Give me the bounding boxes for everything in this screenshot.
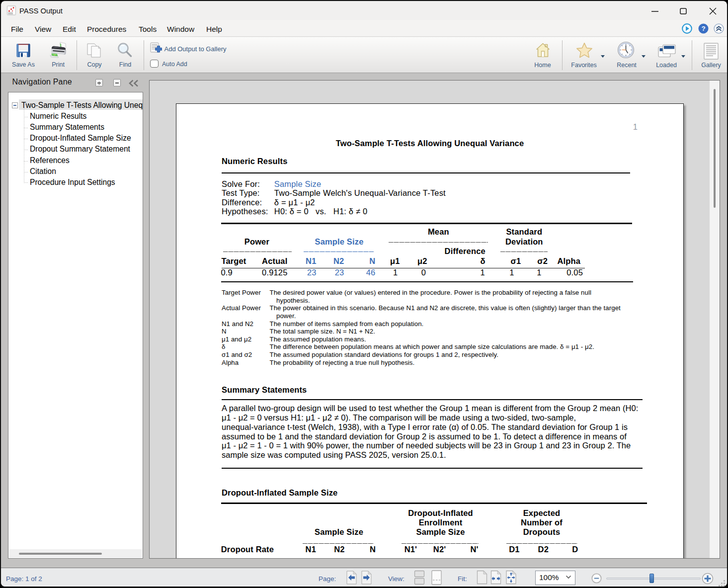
svg-text:?: ?: [701, 25, 705, 32]
